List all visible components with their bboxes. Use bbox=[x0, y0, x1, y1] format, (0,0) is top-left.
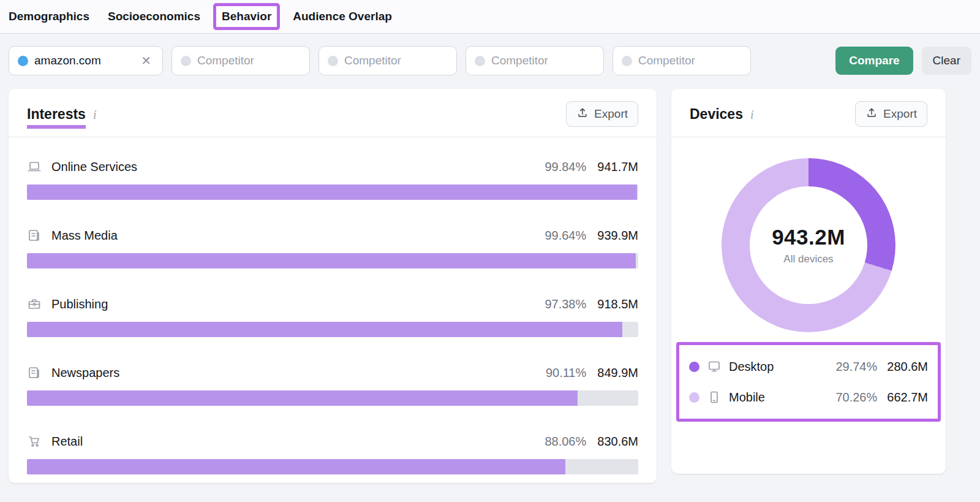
mobile-icon bbox=[707, 390, 722, 405]
desktop-icon bbox=[707, 359, 722, 374]
interest-row: Retail 88.06% 830.6M bbox=[27, 434, 638, 474]
interest-value: 941.7M bbox=[597, 160, 638, 174]
legend-label: Mobile bbox=[729, 390, 765, 405]
news-icon bbox=[27, 228, 42, 243]
devices-chart-area: 943.2M All devices bbox=[671, 137, 946, 332]
briefcase-icon bbox=[27, 297, 42, 311]
legend-row-desktop[interactable]: Desktop 29.74% 280.6M bbox=[689, 351, 928, 382]
devices-total-caption: All devices bbox=[783, 253, 833, 265]
interest-row: Mass Media 99.64% 939.9M bbox=[27, 228, 638, 268]
interest-bar-track bbox=[27, 459, 638, 474]
interest-label: Newspapers bbox=[51, 366, 119, 380]
interest-bar bbox=[27, 459, 565, 474]
interest-label: Mass Media bbox=[51, 229, 118, 243]
interest-percent: 88.06% bbox=[545, 435, 586, 449]
primary-domain-value: amazon.com bbox=[34, 54, 132, 67]
legend-value: 280.6M bbox=[887, 360, 928, 374]
export-label: Export bbox=[883, 107, 917, 121]
devices-total: 943.2M bbox=[772, 225, 845, 249]
interest-bar bbox=[27, 184, 637, 200]
legend-value: 662.7M bbox=[887, 390, 928, 405]
cart-icon bbox=[27, 434, 42, 449]
competitor-placeholder: Competitor bbox=[197, 54, 301, 67]
competitor-placeholder: Competitor bbox=[344, 54, 448, 67]
interest-bar bbox=[27, 253, 636, 268]
interest-bar-track bbox=[27, 184, 638, 200]
interest-row: Newspapers 90.11% 849.9M bbox=[27, 365, 638, 406]
interest-bar-track bbox=[27, 322, 638, 337]
devices-title: Devices bbox=[690, 106, 743, 123]
competitor-dot-icon bbox=[181, 56, 191, 66]
devices-legend: Desktop 29.74% 280.6M Mobile 70.26% 662.… bbox=[676, 342, 941, 422]
legend-label: Desktop bbox=[729, 360, 774, 374]
competitor-input-4[interactable]: Competitor bbox=[612, 46, 751, 75]
devices-donut[interactable]: 943.2M All devices bbox=[722, 158, 895, 332]
interest-row: Online Services 99.84% 941.7M bbox=[27, 159, 638, 200]
interests-card: Interests i Export Online Services bbox=[9, 89, 657, 483]
legend-percent: 29.74% bbox=[835, 360, 877, 374]
interest-bar-track bbox=[27, 253, 638, 268]
filter-row: amazon.com ✕ Competitor Competitor Compe… bbox=[0, 34, 980, 89]
interest-percent: 90.11% bbox=[546, 366, 586, 380]
donut-center: 943.2M All devices bbox=[750, 186, 867, 304]
export-button[interactable]: Export bbox=[855, 101, 927, 127]
interest-row: Publishing 97.38% 918.5M bbox=[27, 297, 638, 337]
interest-bar bbox=[27, 390, 578, 406]
export-icon bbox=[576, 107, 589, 122]
tab-behavior[interactable]: Behavior bbox=[213, 3, 280, 30]
interest-value: 849.9M bbox=[597, 366, 638, 380]
clear-button[interactable]: Clear bbox=[922, 47, 971, 75]
interest-percent: 99.64% bbox=[545, 229, 586, 243]
interest-percent: 99.84% bbox=[545, 160, 586, 174]
laptop-icon bbox=[27, 159, 42, 174]
legend-row-mobile[interactable]: Mobile 70.26% 662.7M bbox=[689, 382, 928, 413]
info-icon[interactable]: i bbox=[750, 107, 754, 122]
domain-dot-icon bbox=[18, 56, 28, 66]
competitor-placeholder: Competitor bbox=[638, 54, 742, 67]
desktop-series-dot bbox=[689, 362, 699, 372]
tab-demographics[interactable]: Demographics bbox=[9, 10, 89, 23]
mobile-series-dot bbox=[689, 392, 699, 403]
competitor-dot-icon bbox=[475, 56, 485, 66]
interest-label: Retail bbox=[51, 435, 83, 449]
interest-bar-track bbox=[27, 390, 638, 406]
tab-audience-overlap[interactable]: Audience Overlap bbox=[293, 10, 392, 23]
interest-percent: 97.38% bbox=[545, 297, 586, 311]
devices-card: Devices i Export 943.2M All devices bbox=[671, 89, 946, 474]
news-icon bbox=[27, 365, 42, 380]
competitor-placeholder: Competitor bbox=[491, 54, 595, 67]
interest-label: Publishing bbox=[51, 297, 108, 311]
primary-domain-input[interactable]: amazon.com ✕ bbox=[9, 46, 163, 75]
competitor-dot-icon bbox=[328, 56, 338, 66]
tab-bar: Demographics Socioeconomics Behavior Aud… bbox=[0, 0, 980, 34]
legend-percent: 70.26% bbox=[835, 390, 877, 405]
interest-value: 830.6M bbox=[597, 435, 638, 449]
competitor-input-1[interactable]: Competitor bbox=[172, 46, 310, 75]
devices-header: Devices i Export bbox=[671, 89, 946, 137]
interest-value: 939.9M bbox=[597, 229, 638, 243]
interest-bar bbox=[27, 322, 622, 337]
export-label: Export bbox=[594, 107, 628, 121]
export-button[interactable]: Export bbox=[566, 101, 638, 127]
interests-header: Interests i Export bbox=[9, 89, 657, 137]
competitor-input-2[interactable]: Competitor bbox=[318, 46, 457, 75]
interests-title: Interests bbox=[27, 106, 86, 129]
interest-label: Online Services bbox=[51, 160, 137, 174]
compare-button[interactable]: Compare bbox=[835, 47, 913, 75]
info-icon[interactable]: i bbox=[93, 107, 97, 122]
close-icon[interactable]: ✕ bbox=[138, 53, 154, 68]
interest-value: 918.5M bbox=[597, 297, 638, 311]
export-icon bbox=[865, 107, 878, 122]
interests-list: Online Services 99.84% 941.7M Mass Media bbox=[9, 137, 657, 474]
competitor-dot-icon bbox=[622, 56, 632, 66]
tab-socioeconomics[interactable]: Socioeconomics bbox=[108, 10, 200, 23]
main-content: Interests i Export Online Services bbox=[0, 89, 980, 483]
competitor-input-3[interactable]: Competitor bbox=[466, 46, 604, 75]
